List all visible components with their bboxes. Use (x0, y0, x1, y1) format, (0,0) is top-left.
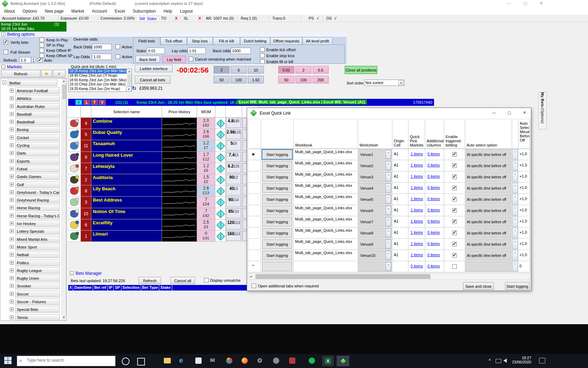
worksheet-select[interactable]: Venue9˅ (358, 239, 392, 249)
trading-button[interactable]: T (91, 100, 98, 105)
auto-select-option-cell[interactable]: At specific time before off (465, 205, 511, 216)
menu-item[interactable]: Help (160, 8, 176, 14)
stake-button[interactable]: 1.62 (248, 76, 264, 83)
menu-item[interactable]: Excel (111, 8, 129, 14)
stake-button[interactable]: 50 (214, 76, 230, 83)
close-button[interactable]: ✕ (540, 1, 543, 6)
quick-pick-items-link[interactable]: 1 items (411, 185, 423, 190)
auto-select-option-cell[interactable]: At specific time before off (465, 250, 511, 260)
menu-item[interactable]: Options (19, 8, 41, 14)
sp-in-play-checkbox[interactable] (40, 43, 44, 47)
minutes-before-off-value[interactable]: +1.0 (519, 152, 527, 156)
minutes-before-off-value[interactable]: +1.0 (519, 230, 527, 234)
worksheet-select[interactable]: Venue5˅ (358, 194, 392, 204)
market-tree-item[interactable]: + Boxing (0, 126, 66, 134)
keep-offset-sp-checkbox[interactable] (40, 53, 44, 58)
scroll-left-icon[interactable]: ◂ (250, 274, 252, 278)
excel-task-highlight[interactable]: X (322, 356, 334, 366)
expand-icon[interactable]: + (10, 261, 14, 265)
stake-mode[interactable]: SM: Stake (136, 16, 159, 21)
odds-button[interactable]: 100 (295, 76, 312, 83)
ladder-button[interactable]: L (83, 100, 90, 105)
expand-icon[interactable]: + (10, 276, 14, 280)
start-logging-row-button[interactable]: Start logging (262, 172, 292, 182)
market-label[interactable]: Australian Rules (15, 103, 60, 110)
origin-cell-value[interactable]: A1 (394, 197, 398, 201)
workbook-cell[interactable]: Multi_tab_page_Quick_Links.xlsx (295, 150, 352, 154)
new-worksheet-select[interactable]: ˅ (358, 261, 392, 272)
refresh-rate-input[interactable]: 1.0 (19, 57, 31, 63)
market-tree-item[interactable]: + Golf (0, 181, 66, 189)
enable-triggered-checkbox[interactable] (452, 208, 457, 213)
quick-pick-item[interactable]: 19:10 Chep 23rd Jun (1m Mdn Stks) (69, 82, 127, 87)
market-label[interactable]: Snooker (15, 282, 60, 289)
keep-offset-ip-checkbox[interactable] (40, 48, 44, 53)
enable-triggered-checkbox[interactable] (452, 197, 457, 202)
market-label[interactable]: Soccer (15, 291, 60, 297)
workbook-cell[interactable]: Multi_tab_page_Quick_Links.xlsx (295, 172, 352, 176)
back-odds-active-checkbox[interactable] (115, 45, 120, 49)
quick-pick-items-link[interactable]: 1 items (411, 219, 423, 223)
minutes-before-off-value[interactable]: +1.0 (519, 253, 527, 257)
expand-icon[interactable]: + (10, 245, 14, 249)
back-price-button[interactable]: 7.4£3 (226, 152, 241, 162)
quick-pick-scrollbar[interactable] (127, 74, 132, 87)
expand-icon[interactable]: + (10, 128, 14, 131)
market-tree-item[interactable]: + Darts (0, 149, 66, 157)
auto-select-combo-arrow-icon[interactable]: ˅ (512, 183, 518, 193)
new-minutes-before-off-value[interactable]: 0 (519, 264, 522, 268)
expand-icon[interactable]: + (10, 229, 14, 233)
full-stream-checkbox[interactable] (4, 50, 8, 54)
stake-button[interactable]: 10 (248, 66, 264, 74)
enable-triggered-checkbox[interactable] (452, 152, 457, 157)
info-button[interactable]: i (75, 100, 82, 105)
my-bets-side-tab[interactable]: My Bets (Options) (538, 92, 547, 129)
quick-pick-items-link[interactable]: 1 items (411, 241, 423, 246)
market-tree-item[interactable]: + Cricket (0, 134, 66, 142)
betting-assistant-task-active[interactable] (337, 356, 349, 366)
search-input[interactable] (26, 357, 112, 363)
menu-item[interactable]: Subscription (129, 8, 160, 14)
expand-icon[interactable]: + (10, 284, 14, 288)
quick-pick-items-link[interactable]: 1 items (411, 253, 423, 257)
market-label[interactable]: Greyhound - Today's Card (15, 189, 60, 196)
worksheet-select[interactable]: Venue8˅ (358, 228, 392, 238)
start-logging-row-button[interactable]: Start logging (262, 195, 292, 204)
menu-item[interactable]: New page (41, 8, 68, 14)
auto-select-combo-arrow-icon[interactable]: ˅ (512, 149, 518, 159)
auto-select-option-cell[interactable]: At specific time before off (465, 228, 511, 238)
start-logging-button[interactable]: Start logging (505, 282, 530, 290)
auto-select-option-cell[interactable]: At specific time before off (465, 149, 511, 159)
enable-triggered-checkbox[interactable] (452, 186, 457, 190)
market-label[interactable]: Athletics (15, 95, 60, 102)
expand-icon[interactable]: + (10, 222, 14, 225)
expand-icon[interactable]: + (10, 292, 14, 296)
fb-lay-odds-input[interactable]: 1.01 (188, 48, 206, 54)
dialog-close-button[interactable]: ✕ (523, 110, 526, 115)
start-logging-row-button[interactable]: Start logging (262, 251, 292, 260)
odds-button[interactable]: 0.01 (278, 66, 294, 74)
auto-select-option-cell[interactable]: At specific time before off (465, 194, 511, 204)
enable-triggered-checkbox[interactable] (452, 219, 457, 224)
expand-icon[interactable]: + (10, 206, 14, 210)
workbook-cell[interactable]: Multi_tab_page_Quick_Links.xlsx (295, 161, 352, 165)
start-logging-row-button[interactable]: Start logging (262, 228, 292, 238)
market-tree-item[interactable]: + Horse Racing (0, 204, 66, 212)
refresh-bets-button[interactable]: Refresh bets (139, 277, 161, 284)
market-tree-item[interactable]: + Rugby League (0, 267, 66, 274)
lay-odds-input[interactable]: 1.01 (92, 54, 112, 60)
expand-icon[interactable]: + (10, 159, 14, 163)
market-label[interactable]: Motor Sport (15, 244, 60, 250)
expand-icon[interactable]: + (10, 89, 14, 93)
origin-cell-value[interactable]: A1 (394, 185, 398, 190)
market-tree-item[interactable]: + Rugby Union (0, 274, 66, 282)
network-icon[interactable] (496, 359, 501, 363)
expand-icon[interactable]: + (10, 253, 14, 257)
auto-refresh-checkbox[interactable] (38, 58, 42, 62)
save-and-close-button[interactable]: Save and close (463, 282, 494, 290)
menu-item[interactable]: Market (68, 8, 88, 14)
market-label[interactable]: Mixed Martial Arts (15, 236, 60, 243)
market-label[interactable]: Esports (15, 158, 60, 164)
market-tree-item[interactable]: + Soccer (0, 290, 66, 298)
additional-columns-link[interactable]: 0 items (427, 241, 440, 246)
